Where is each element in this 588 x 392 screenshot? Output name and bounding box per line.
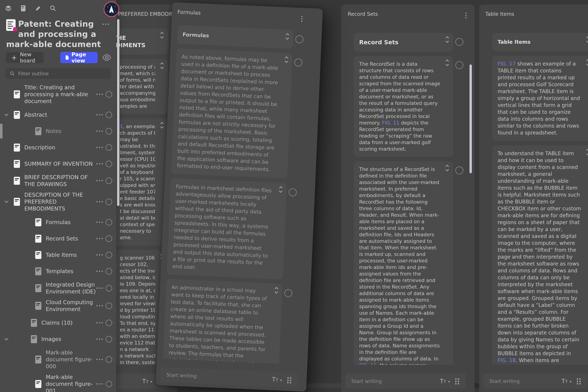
status-ring[interactable] [455,61,463,69]
status-ring[interactable] [106,268,112,274]
row-menu-icon[interactable] [96,359,103,360]
card[interactable]: The structure of a RecordSet is defined … [354,161,453,365]
text-style-icon[interactable]: TT [142,378,149,384]
collapse-toggle-icon[interactable] [446,37,448,42]
card[interactable]: An administrator in a school may want to… [161,279,282,365]
drag-handle-icon[interactable] [576,378,581,385]
outline-row[interactable]: Templates [0,263,116,279]
layers-icon[interactable] [5,5,12,12]
row-menu-icon[interactable] [96,254,103,256]
new-card-composer[interactable]: Start writing TT▾ [345,374,466,389]
column-header[interactable]: Record Sets [341,4,474,24]
card[interactable]: Formulas [177,25,294,49]
outline-row[interactable]: Record Sets [0,230,116,247]
row-menu-icon[interactable] [96,305,103,306]
figure-link[interactable]: FIG. 11 [382,120,400,126]
row-menu-icon[interactable] [96,94,103,95]
row-menu-icon[interactable] [96,114,103,116]
row-menu-icon[interactable] [96,270,103,272]
row-menu-icon[interactable] [96,338,103,340]
figure-link[interactable]: FIG. 11 [359,362,376,365]
collapse-toggle-icon[interactable] [446,165,448,171]
status-ring[interactable] [106,381,112,387]
status-ring[interactable] [106,252,112,258]
row-menu-icon[interactable] [96,322,103,324]
collapse-toggle-icon[interactable] [275,288,278,293]
column-formulas-drag-preview[interactable]: Formulas Formulas As noted above, formul… [156,2,323,392]
row-menu-icon[interactable] [96,383,103,384]
outline-row[interactable]: Mark-able document figure-001 [0,372,116,392]
chevron-down-icon[interactable] [4,199,8,203]
journal-icon[interactable] [20,5,27,12]
outline-row[interactable]: BRIEF DESCRIPTION OF THE DRAWINGS [0,172,116,190]
outline-row[interactable]: SUMMARY OF INVENTION [0,156,116,172]
outline-row[interactable]: Cloud Computing Environment [0,297,116,314]
card[interactable]: FIG. 17 shows an example of a TABLE item… [492,56,588,141]
column-menu-icon[interactable] [301,16,302,22]
figure-link[interactable]: FIG. 18 [498,357,516,363]
row-menu-icon[interactable] [96,201,103,202]
outline-row[interactable]: Description [0,139,116,156]
page-view-button[interactable]: Page view [60,52,98,63]
status-ring[interactable] [106,128,112,134]
text-style-icon[interactable]: TT [440,378,446,384]
avatar[interactable] [104,2,119,17]
column-scrollbar[interactable] [470,64,472,173]
outline-row[interactable]: Formulas [0,214,116,230]
row-menu-icon[interactable] [96,147,103,148]
search-icon[interactable] [49,5,56,12]
new-card-composer[interactable]: Start writing TT▾ [160,367,298,388]
column-menu-icon[interactable] [465,12,466,18]
status-ring[interactable] [106,356,112,363]
collapse-toggle-icon[interactable] [161,32,163,38]
collapse-toggle-icon[interactable] [161,63,163,68]
new-board-button[interactable]: + New board [6,52,44,63]
collapse-toggle-icon[interactable] [587,149,588,155]
chevron-down-icon[interactable] [4,336,8,340]
pencil-icon[interactable] [34,5,42,12]
status-ring[interactable] [106,219,112,226]
text-style-icon[interactable]: TT [272,376,278,383]
status-ring[interactable] [106,302,112,309]
status-ring[interactable] [106,320,112,326]
status-ring[interactable] [106,160,112,167]
status-ring[interactable] [455,166,463,174]
status-ring[interactable] [106,198,112,205]
board-menu-icon[interactable] [102,24,109,25]
status-ring[interactable] [106,112,112,118]
card[interactable]: As noted above, formulas may be used in … [171,48,293,178]
status-ring[interactable] [106,91,112,98]
card[interactable]: Formulas in marksheet definition files a… [167,178,287,280]
status-ring[interactable] [106,336,112,342]
row-menu-icon[interactable] [96,222,103,223]
row-menu-icon[interactable] [96,163,103,164]
row-menu-icon[interactable] [96,238,103,239]
eye-icon[interactable] [102,54,111,61]
status-ring[interactable] [106,236,112,242]
new-card-composer[interactable]: Start writing TT▾ [483,374,588,389]
filter-outline-input[interactable]: Filter outline [6,68,111,79]
outline-row[interactable]: Integrated Design Environment (IDE) [0,279,116,297]
status-ring[interactable] [106,285,112,292]
card[interactable]: Record Sets [354,33,453,52]
collapse-toggle-icon[interactable] [285,57,288,62]
outline-row[interactable]: Claims (10) [0,314,116,331]
collapse-toggle-icon[interactable] [161,122,163,128]
status-ring[interactable] [288,188,297,196]
card[interactable]: To understand the TABLE item and how it … [492,145,588,365]
outline-row[interactable]: Images [0,331,116,347]
collapse-toggle-icon[interactable] [280,187,282,192]
collapse-toggle-icon[interactable] [286,34,289,40]
column-header[interactable]: Table Items [479,4,588,24]
status-ring[interactable] [455,38,463,46]
status-ring[interactable] [295,35,304,44]
card[interactable]: The RecordSet is a data structure that c… [354,56,453,157]
status-ring[interactable] [294,58,302,67]
text-style-icon[interactable]: TT [562,378,568,384]
status-ring[interactable] [284,289,292,297]
outline-row[interactable]: Title: Creating and processing a mark-ab… [0,82,116,106]
figure-link[interactable]: 1, [120,124,124,129]
collapse-toggle-icon[interactable] [587,60,588,65]
row-menu-icon[interactable] [96,130,103,132]
status-ring[interactable] [106,178,112,184]
